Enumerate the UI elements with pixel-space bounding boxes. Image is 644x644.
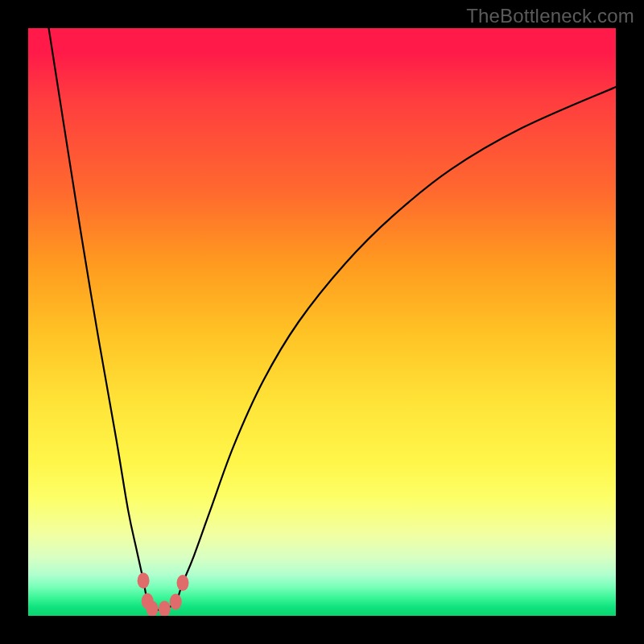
curve-marker [159,601,171,616]
attribution-text: TheBottleneck.com [466,5,634,27]
bottleneck-curve [49,28,616,609]
curve-marker [138,572,150,588]
bottleneck-curve-svg [28,28,616,616]
plot-area [28,28,616,616]
curve-marker [170,593,182,609]
curve-markers [138,572,189,616]
curve-marker [176,575,188,591]
chart-frame: TheBottleneck.com [0,0,644,644]
